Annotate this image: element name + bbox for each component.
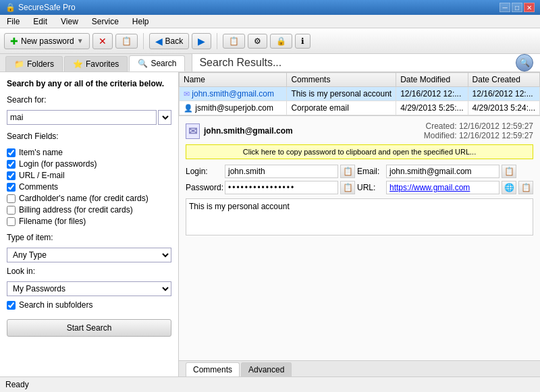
search-fields-checkboxes: Item's name Login (for passwords) URL / … bbox=[7, 148, 171, 226]
url-label: URL: bbox=[357, 183, 384, 192]
row2-date-modified: 4/29/2013 5:25:... bbox=[396, 101, 468, 115]
minimize-button[interactable]: ─ bbox=[500, 3, 510, 12]
back-arrow-icon: ◀ bbox=[155, 36, 163, 47]
type-select[interactable]: Any Type bbox=[7, 248, 171, 262]
checkbox-cardholder-input[interactable] bbox=[7, 194, 16, 203]
info-icon: ℹ bbox=[301, 36, 304, 46]
checkbox-url[interactable]: URL / E-mail bbox=[7, 171, 171, 180]
created-value: 12/16/2012 12:59:27 bbox=[459, 121, 533, 131]
checkbox-billing-input[interactable] bbox=[7, 206, 16, 215]
passwords-view-button[interactable]: 📋 bbox=[223, 34, 245, 49]
search-tab-icon: 🔍 bbox=[138, 59, 148, 68]
checkbox-subfolders-input[interactable] bbox=[7, 301, 16, 310]
search-for-label: Search for: bbox=[7, 95, 171, 105]
app-title: SecureSafe Pro bbox=[18, 3, 76, 12]
forward-arrow-icon: ▶ bbox=[198, 36, 205, 47]
copy-login-button[interactable]: 📋 bbox=[340, 165, 355, 178]
table-row[interactable]: ✉ john.smith@gmail.com This is my person… bbox=[180, 87, 540, 101]
checkbox-comments-input[interactable] bbox=[7, 183, 16, 192]
search-results-title: Search Results... bbox=[199, 57, 281, 69]
new-password-label: New password bbox=[21, 36, 74, 46]
checkbox-billing[interactable]: Billing address (for credit cards) bbox=[7, 205, 171, 215]
checkbox-login[interactable]: Login (for passwords) bbox=[7, 159, 171, 169]
title-bar-controls[interactable]: ─ □ ✕ bbox=[500, 3, 535, 12]
look-in-label: Look in: bbox=[7, 267, 171, 276]
menu-service[interactable]: Service bbox=[88, 16, 123, 28]
lock-icon: 🔒 bbox=[276, 36, 286, 46]
col-date-created[interactable]: Date Created bbox=[468, 73, 539, 87]
checkbox-items-name-input[interactable] bbox=[7, 148, 16, 157]
user-icon: 👤 bbox=[184, 104, 193, 112]
login-label: Login: bbox=[186, 167, 223, 176]
tab-favorites[interactable]: ⭐ Favorites bbox=[64, 56, 128, 72]
password-value: •••••••••••••••• bbox=[225, 181, 338, 194]
table-row[interactable]: 👤 jsmith@superjob.com Corporate email 4/… bbox=[180, 101, 540, 115]
copy-url-button[interactable]: 📋 bbox=[518, 181, 533, 194]
menu-view[interactable]: View bbox=[57, 16, 82, 28]
col-name[interactable]: Name bbox=[180, 73, 287, 87]
menu-help[interactable]: Help bbox=[128, 16, 153, 28]
menu-file[interactable]: File bbox=[3, 16, 24, 28]
row1-comments: This is my personal account bbox=[287, 87, 396, 101]
checkbox-comments[interactable]: Comments bbox=[7, 182, 171, 192]
search-refresh-button[interactable]: 🔍 bbox=[516, 54, 533, 72]
delete-icon: ✕ bbox=[99, 36, 107, 47]
detail-panel: ✉ john.smith@gmail.com Created: 12/16/20… bbox=[179, 115, 540, 360]
copy-email-button[interactable]: 📋 bbox=[502, 165, 516, 178]
copy-password-button[interactable]: 📋 bbox=[340, 181, 355, 194]
checkbox-filename-input[interactable] bbox=[7, 217, 16, 226]
col-date-modified[interactable]: Date Modified bbox=[396, 73, 468, 87]
row1-date-created: 12/16/2012 12:... bbox=[468, 87, 539, 101]
checkbox-login-input[interactable] bbox=[7, 160, 16, 169]
detail-header: ✉ john.smith@gmail.com Created: 12/16/20… bbox=[186, 121, 533, 140]
col-comments[interactable]: Comments bbox=[287, 73, 396, 87]
info-button[interactable]: ℹ bbox=[295, 34, 310, 49]
checkbox-login-label: Login (for passwords) bbox=[19, 159, 97, 169]
new-password-button[interactable]: ✚ New password ▼ bbox=[4, 33, 90, 49]
url-value[interactable]: https://www.gmail.com bbox=[386, 181, 500, 194]
settings-button[interactable]: ⚙ bbox=[248, 34, 267, 49]
gear-icon: ⚙ bbox=[254, 36, 261, 46]
menu-bar: File Edit View Service Help bbox=[0, 15, 540, 28]
modified-label: Modified: bbox=[424, 131, 457, 140]
tab-folders[interactable]: 📁 Folders bbox=[5, 56, 63, 72]
copy-button[interactable]: 📋 bbox=[115, 34, 138, 49]
title-bar-left: 🔒 SecureSafe Pro bbox=[5, 3, 76, 12]
detail-dates: Created: 12/16/2012 12:59:27 Modified: 1… bbox=[424, 121, 533, 140]
results-table-container: Name Comments Date Modified Date Created… bbox=[179, 72, 540, 115]
checkbox-items-name[interactable]: Item's name bbox=[7, 148, 171, 157]
maximize-button[interactable]: □ bbox=[512, 3, 522, 12]
close-button[interactable]: ✕ bbox=[524, 3, 535, 12]
email-value: john.smith@gmail.com bbox=[386, 165, 500, 178]
app-icon: 🔒 bbox=[5, 3, 16, 12]
copy-url-icon: 📋 bbox=[521, 183, 531, 192]
checkbox-items-name-label: Item's name bbox=[19, 148, 63, 157]
search-dropdown[interactable] bbox=[158, 110, 171, 125]
start-search-button[interactable]: Start Search bbox=[7, 319, 171, 337]
delete-button[interactable]: ✕ bbox=[92, 33, 113, 49]
search-fields-label: Search Fields: bbox=[7, 132, 171, 141]
checkbox-url-label: URL / E-mail bbox=[19, 171, 65, 180]
checkbox-cardholder[interactable]: Cardholder's name (for credit cards) bbox=[7, 194, 171, 203]
back-button[interactable]: ◀ Back bbox=[149, 33, 190, 49]
tab-search-label: Search bbox=[151, 59, 176, 68]
menu-edit[interactable]: Edit bbox=[29, 16, 51, 28]
row2-name: 👤 jsmith@superjob.com bbox=[180, 101, 287, 115]
look-in-select[interactable]: My Passwords bbox=[7, 281, 171, 296]
tab-search[interactable]: 🔍 Search bbox=[129, 55, 185, 72]
checkbox-filename[interactable]: Filename (for files) bbox=[7, 217, 171, 226]
tab-comments[interactable]: Comments bbox=[186, 362, 240, 376]
lock-button[interactable]: 🔒 bbox=[270, 34, 292, 49]
copy-password-bar[interactable]: Click here to copy password to clipboard… bbox=[186, 144, 533, 159]
search-input[interactable] bbox=[7, 110, 157, 125]
checkbox-url-input[interactable] bbox=[7, 171, 16, 180]
checkbox-subfolders[interactable]: Search in subfolders bbox=[7, 300, 171, 310]
open-url-button[interactable]: 🌐 bbox=[502, 181, 516, 194]
mail-icon: ✉ bbox=[184, 90, 190, 98]
forward-button[interactable]: ▶ bbox=[192, 33, 211, 49]
checkbox-cardholder-label: Cardholder's name (for credit cards) bbox=[19, 194, 148, 203]
tab-advanced[interactable]: Advanced bbox=[241, 362, 292, 376]
row2-comments: Corporate email bbox=[287, 101, 396, 115]
login-value: john.smith bbox=[225, 165, 338, 178]
row1-date-modified: 12/16/2012 12:... bbox=[396, 87, 468, 101]
